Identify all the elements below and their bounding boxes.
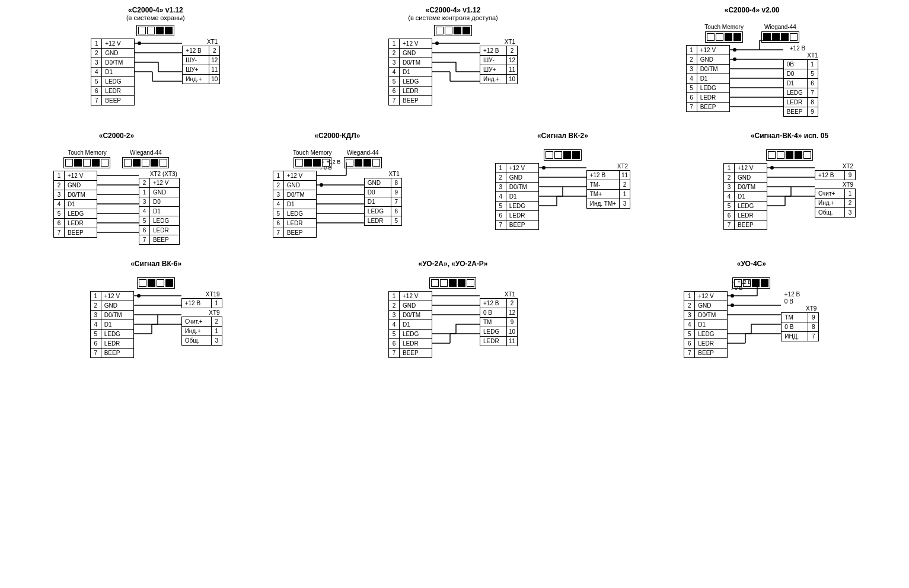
section-title: «С2000-4» v2.00 — [725, 6, 780, 14]
diagram-signal-bk-6: «Сигнал ВК-6» 1+12 V 2GND 3D0/TM 4D1 5LE… — [90, 260, 222, 359]
section-subtitle: (в системе контроля доступа) — [408, 14, 498, 21]
diagram-c2000-4-access: «С2000-4» v1.12 (в системе контроля дост… — [388, 6, 518, 117]
section-title: «Сигнал ВК-6» — [130, 260, 181, 268]
svg-text:→ +12 В: → +12 В — [731, 279, 751, 285]
svg-text:↓ 0 В: ↓ 0 В — [731, 285, 743, 291]
section-title: «Сигнал-ВК-4» исп. 05 — [751, 132, 828, 140]
diagram-c2000-4-v200: «С2000-4» v2.00 Touch Memory Wiegand-44 — [686, 6, 818, 117]
diagram-c2000-2: «С2000-2» Touch Memory Wiegand-44 — [53, 132, 180, 245]
section-title: «С2000-КДЛ» — [314, 132, 360, 140]
diagrams-container: «С2000-4» v1.12 (в системе охраны) 1+12 … — [7, 6, 902, 359]
svg-text:↓ 0 В: ↓ 0 В — [320, 165, 332, 171]
diagram-signal-bk-2: «Сигнал ВК-2» 1+12 V 2GND 3D0/TM 4D1 5LE… — [495, 132, 630, 245]
diagram-signal-bk-4: «Сигнал-ВК-4» исп. 05 1+12 V 2GND 3D0/TM… — [723, 132, 856, 245]
section-title: «Сигнал ВК-2» — [537, 132, 588, 140]
diagram-uo-4c: «УО-4С» 1+12 V 2GND 3D0/TM 4D1 5LEDG 6LE… — [684, 260, 819, 359]
diagram-c2000-kdl: «С2000-КДЛ» Touch Memory Wiegand-44 — [273, 132, 402, 245]
diagram-uo-2a: «УО-2А», «УО-2А-Р» 1+12 V 2GND 3D0/TM 4D… — [388, 260, 518, 359]
section-title: «УО-2А», «УО-2А-Р» — [418, 260, 487, 268]
section-title: «УО-4С» — [737, 260, 766, 268]
section-title: «С2000-4» v1.12 — [426, 6, 481, 14]
section-title: «С2000-4» v1.12 — [128, 6, 183, 14]
svg-text:→ +12 В: → +12 В — [320, 159, 340, 165]
diagram-c2000-4-security: «С2000-4» v1.12 (в системе охраны) 1+12 … — [91, 6, 220, 117]
section-title: «С2000-2» — [99, 132, 134, 140]
section-subtitle: (в системе охраны) — [126, 14, 185, 21]
